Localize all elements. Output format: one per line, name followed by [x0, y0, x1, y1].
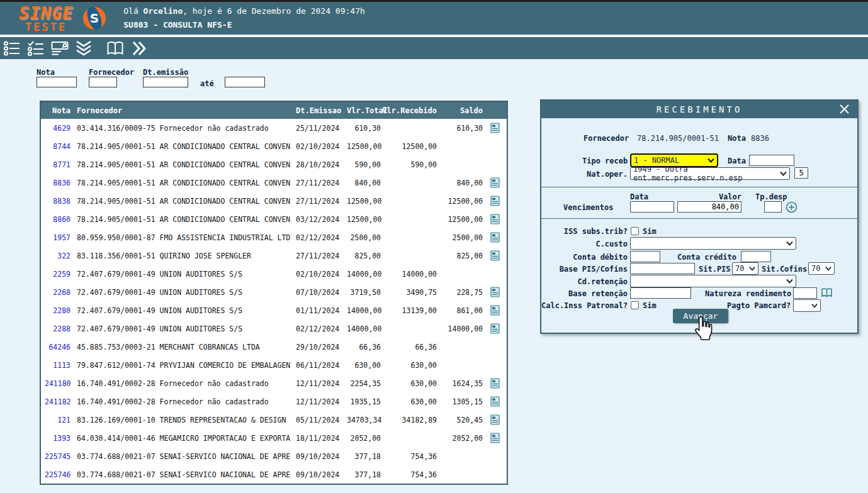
- vlr-total-cell: 630,00: [347, 361, 381, 370]
- dt-emissao-cell: 09/10/2024: [294, 470, 347, 479]
- fornecedor-cell: 78.214.905/0001-51 AR CONDICIONADO CENTR…: [77, 160, 294, 169]
- fornecedor-cell: 78.214.905/0001-51 AR CONDICIONADO CENTR…: [77, 215, 294, 224]
- vlr-total-cell: 1935,15: [347, 397, 381, 406]
- receipt-doc-icon[interactable]: [483, 378, 507, 389]
- nat-oper-code-input[interactable]: [794, 167, 808, 179]
- base-retencao-input[interactable]: [630, 287, 691, 299]
- calc-inss-patronal-checkbox[interactable]: [631, 301, 639, 309]
- receipt-doc-icon[interactable]: [483, 196, 507, 206]
- double-chevron-down-icon[interactable]: [72, 39, 96, 58]
- table-row: 8838 78.214.905/0001-51 AR CONDICIONADO …: [41, 192, 507, 210]
- nat-oper-select[interactable]: 1949 - Outra ent.merc.pres.serv.n.esp: [630, 167, 790, 180]
- fornecedor-filter-input[interactable]: [89, 77, 117, 87]
- receipt-doc-icon[interactable]: [483, 287, 507, 297]
- nota-filter-input[interactable]: [37, 77, 77, 87]
- dt-emissao-de-input[interactable]: [143, 77, 188, 87]
- venc-data-input[interactable]: [630, 201, 674, 213]
- nota-link[interactable]: 241180: [45, 379, 70, 388]
- chevron-down-icon: [825, 266, 831, 271]
- add-vencimento-icon[interactable]: [786, 201, 798, 213]
- nota-link[interactable]: 322: [45, 252, 70, 260]
- vlr-recebido-cell: 630,00: [381, 397, 437, 406]
- double-chevron-right-icon[interactable]: [127, 39, 151, 58]
- nota-link[interactable]: 8838: [45, 197, 70, 206]
- receipt-doc-icon[interactable]: [483, 323, 507, 334]
- fornecedor-cell: 78.214.905/0001-51 AR CONDICIONADO CENTR…: [77, 179, 294, 187]
- conta-credito-input[interactable]: [741, 251, 771, 262]
- pagto-pamcard-select[interactable]: [793, 299, 821, 312]
- saldo-cell: 610,30: [437, 124, 483, 133]
- receipt-doc-icon[interactable]: [483, 123, 507, 133]
- dt-emissao-cell: 02/12/2024: [294, 324, 347, 333]
- saldo-cell: 12500,00: [437, 215, 483, 224]
- fornecedor-cell: 83.118.356/0001-51 QUIRINO JOSE SPENGLER: [77, 252, 294, 260]
- natureza-rendimento-input[interactable]: [793, 287, 817, 299]
- col-header-vlr-total: Vlr.Total: [347, 106, 381, 115]
- dt-emissao-ate-input[interactable]: [225, 77, 265, 87]
- table-row: 2268 72.407.679/0001-49 UNION AUDITORES …: [41, 283, 507, 301]
- receipt-doc-icon[interactable]: [483, 177, 507, 188]
- receipt-doc-icon[interactable]: [483, 232, 507, 243]
- vlr-recebido-cell: 630,00: [381, 379, 437, 388]
- table-row: 8836 78.214.905/0001-51 AR CONDICIONADO …: [41, 174, 507, 192]
- book-icon[interactable]: [103, 39, 127, 58]
- avancar-button[interactable]: Avançar: [673, 309, 728, 323]
- nota-link[interactable]: 8771: [45, 160, 70, 169]
- receipt-doc-icon[interactable]: [483, 214, 507, 224]
- nota-link[interactable]: 2259: [45, 270, 70, 279]
- dt-emissao-cell: 27/11/2024: [294, 252, 347, 260]
- venc-valor-input[interactable]: [677, 201, 741, 213]
- conta-debito-input[interactable]: [630, 251, 660, 262]
- table-row: 4629 03.414.316/0009-75 Fornecedor não c…: [41, 119, 507, 137]
- sit-pis-select[interactable]: 70: [732, 262, 758, 275]
- nota-link[interactable]: 121: [45, 416, 70, 424]
- table-row: 8860 78.214.905/0001-51 AR CONDICIONADO …: [41, 210, 507, 228]
- receipt-doc-icon[interactable]: [483, 305, 507, 316]
- nat-oper-label: Nat.oper.: [587, 170, 628, 179]
- dt-emissao-cell: 09/10/2024: [294, 452, 347, 461]
- nota-link[interactable]: 2268: [45, 288, 70, 297]
- vlr-total-cell: 14000,00: [347, 270, 381, 279]
- divider: [541, 218, 857, 219]
- nota-link[interactable]: 8860: [45, 215, 70, 224]
- nota-link[interactable]: 4629: [45, 124, 70, 133]
- iss-subs-trib-label: ISS subs.trib?: [541, 227, 628, 236]
- nota-link[interactable]: 225745: [45, 452, 70, 461]
- sit-cofins-select[interactable]: 70: [808, 262, 835, 275]
- nota-link[interactable]: 8744: [45, 142, 70, 151]
- receipt-doc-icon[interactable]: [483, 250, 507, 261]
- fornecedor-cell: 78.214.905/0001-51 AR CONDICIONADO CENTR…: [77, 142, 294, 151]
- receipt-doc-icon[interactable]: [483, 414, 507, 425]
- cd-retencao-select[interactable]: [630, 275, 796, 287]
- search-window-icon[interactable]: [48, 39, 72, 58]
- fornecedor-cell: 72.407.679/0001-49 UNION AUDITORES S/S: [77, 324, 294, 333]
- nota-link[interactable]: 225746: [45, 470, 70, 479]
- lookup-book-icon[interactable]: [821, 287, 833, 298]
- venc-tpdesp-input[interactable]: [764, 201, 782, 213]
- base-retencao-label: Base retenção: [541, 289, 628, 298]
- base-pis-cofins-input[interactable]: [630, 263, 695, 274]
- table-row: 241180 16.740.491/0002-28 Fornecedor não…: [41, 374, 507, 392]
- nota-link[interactable]: 1393: [45, 434, 70, 443]
- col-header-fornecedor: Fornecedor: [77, 106, 294, 115]
- natureza-rendimento-label: Natureza rendimento: [705, 289, 791, 298]
- receipt-doc-icon[interactable]: [483, 396, 507, 407]
- table-row: 1113 79.847.612/0001-74 PRYVIJAN COMERCI…: [41, 356, 507, 374]
- checklist-icon[interactable]: [24, 39, 48, 58]
- nota-filter-label: Nota: [37, 68, 55, 77]
- dt-emissao-cell: 03/12/2024: [294, 215, 347, 224]
- nota-link[interactable]: 1113: [45, 361, 70, 370]
- ccusto-select[interactable]: [630, 237, 796, 250]
- panel-fornecedor-label: Fornecedor: [583, 134, 629, 143]
- menu-list-icon[interactable]: [0, 39, 24, 58]
- close-icon[interactable]: [839, 104, 850, 114]
- nota-link[interactable]: 64246: [45, 343, 70, 352]
- nota-link[interactable]: 2288: [45, 324, 70, 333]
- table-row: 322 83.118.356/0001-51 QUIRINO JOSE SPEN…: [41, 246, 507, 265]
- nota-link[interactable]: 8836: [45, 179, 70, 187]
- nota-link[interactable]: 241182: [45, 397, 70, 406]
- nota-link[interactable]: 2280: [45, 306, 70, 315]
- receipt-doc-icon[interactable]: [483, 433, 507, 443]
- nota-link[interactable]: 1957: [45, 233, 70, 242]
- iss-subs-trib-checkbox[interactable]: [631, 227, 639, 235]
